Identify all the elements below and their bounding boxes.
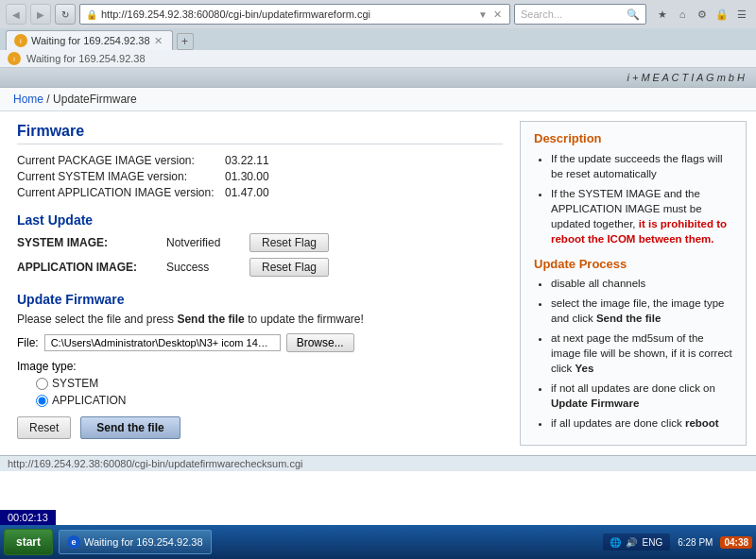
tools-icon[interactable]: ⚙ (694, 6, 711, 23)
address-text: http://169.254.92.38:60080/cgi-bin/updat… (101, 8, 370, 20)
refresh-button[interactable]: ↻ (55, 4, 76, 25)
taskbar-clock: 6:28 PM (674, 536, 716, 549)
red-warning-text: it is prohibited to reboot the ICOM betw… (551, 218, 727, 245)
tab-bar: i Waiting for 169.254.92.38 ✕ + (0, 28, 756, 50)
radio-system[interactable] (36, 378, 48, 390)
taskbar-ie-icon: e (67, 535, 80, 549)
lang-text: ENG (643, 537, 663, 548)
update-row-0: SYSTEM IMAGE: Notverified Reset Flag (17, 233, 503, 252)
browse-button[interactable]: Browse... (286, 333, 354, 352)
update-status-1: Success (166, 261, 242, 274)
radio-application[interactable] (36, 395, 48, 407)
page-favicon: i (8, 52, 21, 65)
send-file-button[interactable]: Send the file (80, 416, 180, 439)
process-item-2: at next page the md5sum of the image fil… (551, 330, 732, 376)
breadcrumb-separator: / (46, 93, 49, 106)
firmware-value-1: 01.30.00 (225, 170, 269, 183)
reset-flag-button-0[interactable]: Reset Flag (249, 233, 329, 252)
search-bar[interactable]: Search... 🔍 (514, 4, 646, 25)
process-item-3: if not all updates are done click on Upd… (551, 381, 732, 411)
menu-icon[interactable]: ☰ (733, 6, 750, 23)
search-icon[interactable]: 🔍 (627, 8, 640, 21)
time-badge: 04:38 (720, 536, 752, 549)
yes-ref: Yes (576, 363, 594, 374)
tab-title: Waiting for 169.254.92.38 (31, 35, 150, 46)
update-firmware-desc: Please select the file and press Send th… (17, 313, 503, 326)
network-icon: 🌐 (609, 535, 622, 549)
desc-item-1: If the SYSTEM IMAGE and the APPLICATION … (551, 186, 732, 246)
desc-end: to update the firmware! (248, 313, 364, 326)
timer-text: 00:02:13 (8, 512, 48, 523)
tab-close-button[interactable]: ✕ (154, 35, 163, 47)
new-tab-button[interactable]: + (177, 33, 194, 50)
update-row-1: APPLICATION IMAGE: Success Reset Flag (17, 258, 503, 277)
last-update-section: Last Update SYSTEM IMAGE: Notverified Re… (17, 212, 503, 277)
desc-item-0: If the update succeeds the flags will be… (551, 151, 732, 181)
image-type-label: Image type: (17, 360, 77, 373)
home-icon[interactable]: ⌂ (674, 6, 691, 23)
description-list: If the update succeeds the flags will be… (534, 151, 732, 247)
process-item-1: select the image file, the image type an… (551, 296, 732, 326)
update-process-title: Update Process (534, 257, 732, 271)
reset-flag-button-1[interactable]: Reset Flag (249, 258, 329, 277)
file-label: File: (17, 336, 39, 349)
file-input-box[interactable]: C:\Users\Administrator\Desktop\N3+ icom … (44, 334, 281, 351)
update-table: SYSTEM IMAGE: Notverified Reset Flag APP… (17, 233, 503, 277)
description-title: Description (534, 131, 732, 145)
description-panel: Description If the update succeeds the f… (520, 121, 747, 446)
update-status-0: Notverified (166, 236, 242, 249)
address-dropdown-icon[interactable]: ▼ (478, 9, 488, 20)
breadcrumb-current: UpdateFirmware (53, 93, 137, 106)
forward-button[interactable]: ▶ (30, 4, 51, 25)
firmware-row-2: Current APPLICATION IMAGE version: 01.47… (17, 186, 503, 199)
status-bar-top: i Waiting for 169.254.92.38 (0, 50, 756, 68)
firmware-label-1: Current SYSTEM IMAGE version: (17, 170, 225, 183)
overlay-timer: 00:02:13 (0, 510, 56, 525)
update-firmware-title: Update Firmware (17, 292, 503, 307)
update-firmware-section: Update Firmware Please select the file a… (17, 292, 503, 439)
taskbar-tray: 🌐 🔊 ENG (603, 534, 671, 551)
reset-button[interactable]: Reset (17, 416, 71, 439)
desc-text: Please select the file and press (17, 313, 177, 326)
radio-application-label[interactable]: APPLICATION (36, 394, 503, 407)
process-item-0: disable all channels (551, 276, 732, 291)
breadcrumb: Home / UpdateFirmware (0, 88, 756, 111)
main-content: Firmware Current PACKAGE IMAGE version: … (0, 111, 520, 455)
page-wrapper: i + M E A C T I A G m b H Home / UpdateF… (0, 68, 756, 533)
browser-chrome: ◀ ▶ ↻ 🔒 http://169.254.92.38:60080/cgi-b… (0, 0, 756, 68)
desc-bold: Send the file (177, 313, 244, 326)
file-row: File: C:\Users\Administrator\Desktop\N3+… (17, 333, 503, 352)
safety-icon[interactable]: 🔒 (713, 6, 730, 23)
taskbar-browser-item[interactable]: e Waiting for 169.254.92.38 (59, 530, 212, 554)
loading-text: Waiting for 169.254.92.38 (26, 53, 146, 64)
clock-time: 6:28 PM (678, 536, 713, 549)
favorites-icon[interactable]: ★ (654, 6, 671, 23)
browser-toolbar: ◀ ▶ ↻ 🔒 http://169.254.92.38:60080/cgi-b… (0, 0, 756, 28)
firmware-row-0: Current PACKAGE IMAGE version: 03.22.11 (17, 154, 503, 167)
volume-icon: 🔊 (625, 535, 638, 549)
start-label: start (16, 535, 41, 549)
update-process-list: disable all channels select the image fi… (534, 276, 732, 432)
firmware-label-0: Current PACKAGE IMAGE version: (17, 154, 225, 167)
company-header: i + M E A C T I A G m b H (0, 68, 756, 88)
breadcrumb-home[interactable]: Home (13, 93, 43, 106)
back-button[interactable]: ◀ (6, 4, 26, 25)
taskbar-right: 🌐 🔊 ENG 6:28 PM 04:38 (603, 534, 753, 551)
active-tab[interactable]: i Waiting for 169.254.92.38 ✕ (6, 30, 173, 50)
process-item-4: if all updates are done click reboot (551, 415, 732, 431)
company-name: i + M E A C T I A G m b H (627, 72, 745, 83)
lock-icon: 🔒 (86, 9, 97, 20)
firmware-title: Firmware (17, 123, 503, 144)
firmware-value-0: 03.22.11 (225, 154, 269, 167)
side-description-content: Description If the update succeeds the f… (534, 131, 732, 431)
bottom-status-bar: http://169.254.92.38:60080/cgi-bin/updat… (0, 455, 756, 471)
start-button[interactable]: start (4, 529, 53, 555)
taskbar-items: e Waiting for 169.254.92.38 (59, 530, 597, 554)
browser-icons: ★ ⌂ ⚙ 🔒 ☰ (654, 6, 750, 23)
update-firmware-ref: Update Firmware (551, 398, 639, 409)
address-bar[interactable]: 🔒 http://169.254.92.38:60080/cgi-bin/upd… (79, 4, 510, 25)
address-go-button[interactable]: ✕ (491, 8, 504, 21)
image-type-section: Image type: SYSTEM APPLICATION (17, 360, 503, 407)
action-buttons: Reset Send the file (17, 416, 503, 439)
radio-system-label[interactable]: SYSTEM (36, 377, 503, 390)
